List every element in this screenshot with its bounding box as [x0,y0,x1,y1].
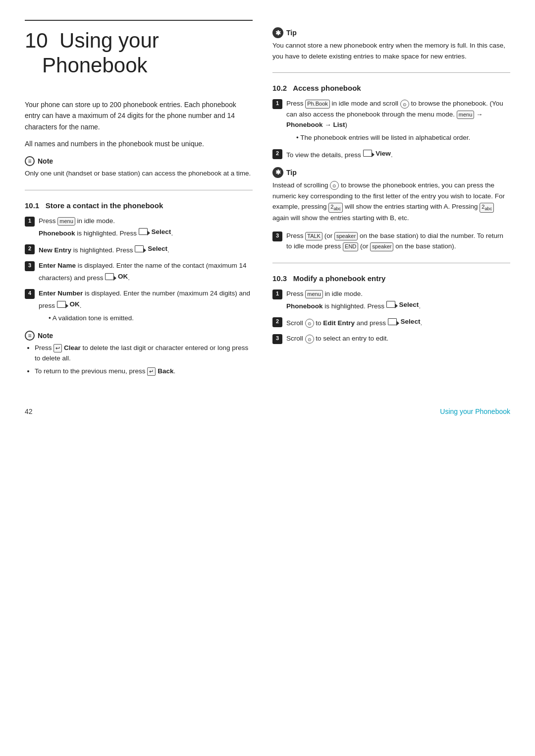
step-content-3: Enter Name is displayed. Enter the name … [39,260,253,283]
step-num-s1: 1 [272,290,282,299]
back-key: ↵ [147,367,156,376]
steps-list-10-2: 1 Press Ph.Book in idle mode and scroll … [272,98,510,160]
note-10-1-list: Press ↩ Clear to delete the last digit o… [25,343,253,377]
view-btn: View [363,148,391,159]
talk-key: TALK [305,232,322,240]
section-10-1-title: 10.1 Store a contact in the phonebook [25,201,253,210]
step-10-2-2: 2 To view the details, press View . [272,148,510,160]
select-arrow-s2 [388,318,397,325]
new-entry-label: New Entry [39,246,71,254]
ok-arrow-icon-4 [57,301,66,308]
note-10-1: ≡ Note Press ↩ Clear to delete the last … [25,331,253,377]
select-btn-s1: Select [386,299,419,310]
note-item-clear: Press ↩ Clear to delete the last digit o… [35,343,253,364]
alphabetical-note: The phonebook entries will be listed in … [296,132,510,143]
steps-list-10-3: 1 Press menu in idle mode. Phonebook is … [272,289,510,344]
step-content-r3: Press TALK (or speaker on the base stati… [286,231,510,252]
chapter-title: 10 Using your Phonebook [25,20,253,84]
tip-right-bottom-title: ✱ Tip [272,167,510,178]
intro-paragraph1: Your phone can store up to 200 phonebook… [25,99,253,132]
intro-paragraph2: All names and numbers in the phonebook m… [25,138,253,149]
page-footer: 42 Using your Phonebook [25,404,510,415]
steps-list-10-1: 1 Press menu in idle mode. Phonebook is … [25,216,253,324]
step-10-3-3: 3 Scroll ⊙ to select an entry to edit. [272,333,510,344]
step-content-r1: Press Ph.Book in idle mode and scroll ⊙ … [286,98,510,143]
step-content-2: New Entry is highlighted. Press Select . [39,243,253,255]
tip-icon-1: ✱ [272,27,283,38]
step-num-r1: 1 [272,99,282,109]
menu-key-s1: menu [305,290,323,298]
phbook-key: Ph.Book [305,100,330,108]
speaker-key-1: speaker [334,232,358,240]
menu-key-r1: menu [457,111,475,119]
ok-arrow-icon-3 [105,273,114,280]
clear-key: ↩ [54,344,62,352]
ok-btn-4: OK [57,299,80,310]
step-content-s3: Scroll ⊙ to select an entry to edit. [286,333,510,344]
note-item-back: To return to the previous menu, press ↵ … [35,366,253,377]
key-2-2: 2abc [480,203,494,213]
section-10-3-title: 10.3 Modify a phonebook entry [272,274,510,283]
page-layout: 10 Using your Phonebook Your phone can s… [25,20,510,384]
step-num-2: 2 [25,244,35,254]
scroll-icon-tip: ⊙ [330,181,339,190]
end-key: END [343,242,358,251]
tip-icon-2: ✱ [272,167,283,178]
page-number: 42 [25,407,33,415]
footer-chapter-title: Using your Phonebook [440,407,510,415]
phonebook-arrow-list: Phonebook → List [286,121,345,128]
select-btn-2: Select [135,243,167,254]
chapter-title-line2: Phonebook [42,54,148,77]
section-divider-1 [25,190,253,190]
step-10-2-1: 1 Press Ph.Book in idle mode and scroll … [272,98,510,143]
right-column: ✱ Tip You cannot store a new phonebook e… [272,20,510,384]
note-icon: ≡ [25,156,35,166]
note-10-1-title: ≡ Note [25,331,253,341]
step-num-s2: 2 [272,317,282,327]
step-10-3-2: 2 Scroll ⊙ to Edit Entry and press Selec… [272,316,510,328]
steps-list-10-2b: 3 Press TALK (or speaker on the base sta… [272,231,510,252]
select-btn-s2: Select [388,316,421,327]
phonebook-label-1: Phonebook [39,229,75,236]
note-left: ≡ Note Only one unit (handset or base st… [25,156,253,179]
step-10-3-1: 1 Press menu in idle mode. Phonebook is … [272,289,510,311]
chapter-title-line1: Using your [59,29,159,52]
edit-entry-label: Edit Entry [323,319,355,327]
section-10-2-title: 10.2 Access phonebook [272,84,510,92]
speaker-key-2: speaker [370,242,393,251]
validation-tone-note: A validation tone is emitted. [49,313,253,324]
enter-name-label: Enter Name [39,262,76,269]
step-10-1-4: 4 Enter Number is displayed. Enter the n… [25,288,253,324]
step-content-r2: To view the details, press View . [286,148,510,160]
step-10-1-2: 2 New Entry is highlighted. Press Select… [25,243,253,255]
step-10-1-3: 3 Enter Name is displayed. Enter the nam… [25,260,253,283]
scroll-icon-1: ⊙ [400,100,409,109]
tip-right-top-text: You cannot store a new phonebook entry w… [272,40,510,61]
step-content-s2: Scroll ⊙ to Edit Entry and press Select … [286,316,510,328]
step-10-1-1: 1 Press menu in idle mode. Phonebook is … [25,216,253,238]
step-num-r3: 3 [272,232,282,241]
chapter-number: 10 [25,29,48,52]
tip-right-top-title: ✱ Tip [272,27,510,38]
scroll-icon-s2: ⊙ [305,319,314,328]
ok-btn-3: OK [105,271,128,282]
step-num-1: 1 [25,217,35,227]
tip-right-bottom: ✱ Tip Instead of scrolling ⊙ to browse t… [272,167,510,224]
note-title: ≡ Note [25,156,253,166]
step-num-4: 4 [25,289,35,299]
step-content-1: Press menu in idle mode. Phonebook is hi… [39,216,253,238]
step-num-r2: 2 [272,149,282,159]
tip-right-bottom-text: Instead of scrolling ⊙ to browse the pho… [272,180,510,224]
enter-number-label: Enter Number [39,290,83,297]
view-arrow-icon [363,150,372,157]
scroll-icon-s3: ⊙ [305,335,314,344]
step-num-s3: 3 [272,334,282,344]
phonebook-label-s1: Phonebook [286,302,323,309]
section-divider-right-1 [272,72,510,73]
step-10-2-3: 3 Press TALK (or speaker on the base sta… [272,231,510,252]
step-content-s1: Press menu in idle mode. Phonebook is hi… [286,289,510,311]
select-arrow-icon-2 [135,245,144,252]
select-arrow-s1 [386,301,395,308]
key-2-1: 2abc [328,203,343,213]
left-column: 10 Using your Phonebook Your phone can s… [25,20,253,384]
